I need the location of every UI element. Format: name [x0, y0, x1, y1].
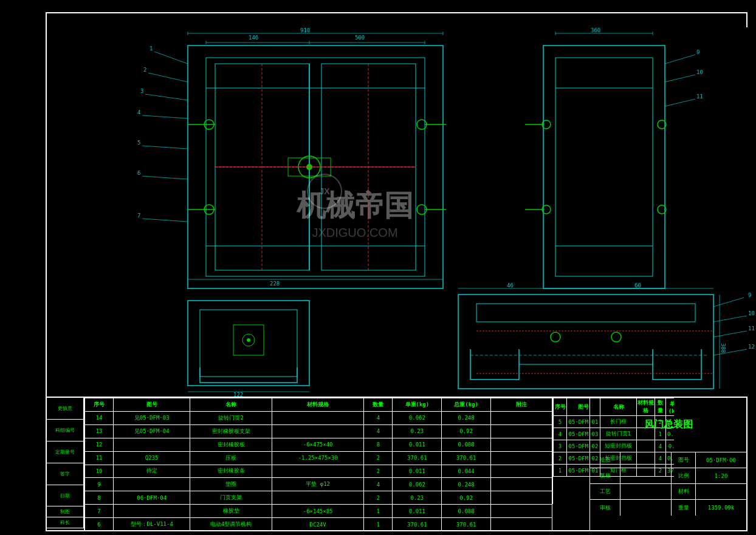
svg-text:1: 1 [149, 46, 153, 52]
svg-text:388: 388 [720, 343, 726, 353]
designed-by-label: 绘图 [590, 452, 620, 468]
sidebar-label-2: 科组编号 [47, 420, 84, 441]
bom-row-5: 9垫圈平垫 φ1240.0620.248 [85, 478, 552, 491]
bom-header-qty: 数量 [364, 398, 393, 412]
bom-row-4: 10待定密封橡胶条20.0110.044 [85, 465, 552, 478]
bom-row-6: 806·DFM·04门页支架20.230.92 [85, 491, 552, 505]
bom-header-material: 材料规格 [272, 398, 363, 412]
bom-row-0: 14见05·DFM·03旋转门页240.0620.248 [85, 412, 552, 425]
svg-text:910: 910 [300, 27, 310, 33]
bom-row-7: 7橡胶垫-6×145×8510.0110.088 [85, 505, 552, 518]
bom-row-3: 11Q235压板-1.25×475×302370.61370.61 [85, 451, 552, 465]
ratio-value: 1:20 [696, 468, 746, 483]
process-label: 工艺 [590, 484, 620, 499]
sidebar-label-1: 更慎意 [47, 398, 84, 420]
sidebar-label-4: 签字 [47, 463, 84, 485]
svg-text:JXDIGUO.COM: JXDIGUO.COM [312, 226, 397, 239]
svg-text:7: 7 [137, 213, 140, 219]
weight-label: 重量 [672, 500, 696, 516]
sidebar-label-7: 科长 [47, 517, 84, 528]
drawing-area: 1163/40-118/638 [46, 12, 747, 531]
bom-header-notes: 附注 [491, 398, 552, 412]
bom-header-total-weight: 总重(kg) [442, 398, 491, 412]
svg-text:5: 5 [137, 140, 140, 146]
process-value [620, 484, 672, 499]
svg-text:3: 3 [140, 88, 143, 94]
approved-label: 审核 [590, 500, 620, 516]
main-container: 1163/40-118/638 [0, 0, 756, 535]
svg-text:500: 500 [355, 35, 365, 41]
sidebar-label-3: 定期量号 [47, 441, 84, 463]
sidebar-label-6: 制图 [47, 506, 84, 517]
svg-text:11: 11 [696, 94, 703, 100]
bom-header-seq: 序号 [85, 398, 114, 412]
svg-text:10: 10 [748, 310, 755, 316]
svg-text:机械帝国: 机械帝国 [296, 189, 413, 222]
bom-row-8: 6型号：DL-V11-4电动4型调节机构DC24V1370.61370.61 [85, 518, 552, 531]
bom-header-drawing: 图号 [114, 398, 190, 412]
svg-text:4: 4 [137, 109, 140, 115]
svg-point-72 [247, 338, 250, 342]
svg-text:12: 12 [748, 344, 755, 350]
svg-text:228: 228 [270, 281, 280, 287]
svg-text:10: 10 [696, 69, 703, 75]
svg-text:11: 11 [748, 325, 755, 332]
svg-text:2: 2 [143, 67, 146, 73]
material-value [696, 484, 746, 499]
svg-text:9: 9 [696, 49, 699, 55]
bom-header-name: 名称 [190, 398, 272, 412]
material-label: 材料 [672, 484, 696, 499]
svg-text:6: 6 [137, 170, 140, 176]
drawing-num-label: 图号 [672, 452, 696, 468]
bom-r-header-seq: 序号 [554, 398, 567, 416]
sidebar-label-5: 日期 [47, 485, 84, 506]
svg-text:146: 146 [249, 35, 258, 41]
drawing-title: 风门总装图 [644, 418, 693, 431]
svg-text:9: 9 [748, 292, 751, 298]
checked-by-label: 复核 [590, 468, 620, 483]
svg-text:JX: JX [319, 186, 330, 196]
designed-by-value [620, 452, 672, 468]
cad-drawing: 1 2 3 4 5 6 7 146 500 228 [94, 27, 756, 397]
weight-value: 1359.09k [696, 500, 746, 516]
checked-by-value [620, 468, 672, 483]
bom-row-2: 12密封橡胶板-6×475×4080.0110.088 [85, 438, 552, 451]
ratio-label: 比例 [672, 468, 696, 483]
approved-value [620, 500, 672, 516]
svg-text:360: 360 [591, 27, 600, 33]
bom-row-1: 13见05·DFM·04密封橡胶板支架40.230.92 [85, 424, 552, 438]
bom-header-unit-weight: 单重(kg) [393, 398, 442, 412]
svg-text:46: 46 [507, 282, 514, 288]
drawing-num-value: 05·DFM·00 [696, 452, 746, 468]
svg-text:60: 60 [634, 282, 641, 288]
